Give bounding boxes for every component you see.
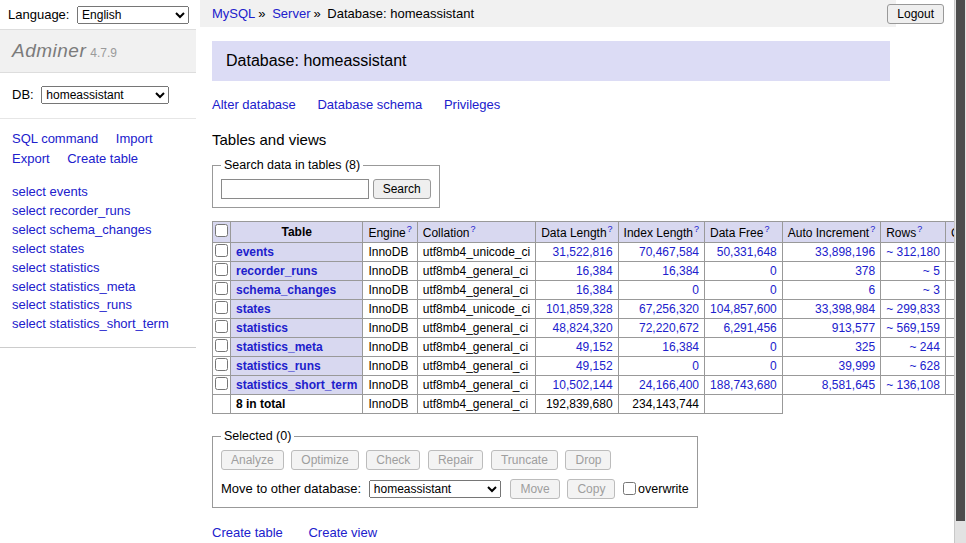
- bulk-action-button[interactable]: Truncate: [491, 450, 558, 470]
- cell-rows[interactable]: ~ 5: [881, 262, 946, 281]
- db-select[interactable]: homeassistant: [41, 86, 169, 104]
- db-action-link[interactable]: Alter database: [212, 97, 296, 112]
- sidebar-table-link[interactable]: select statistics: [12, 259, 184, 278]
- cell-index-length[interactable]: 70,467,584: [618, 243, 704, 262]
- cell-rows[interactable]: ~ 569,159: [881, 319, 946, 338]
- overwrite-checkbox[interactable]: [623, 482, 636, 495]
- scrollbar[interactable]: [954, 0, 966, 543]
- sidebar-action-link[interactable]: Export: [12, 151, 50, 166]
- cell-data-length[interactable]: 48,824,320: [536, 319, 618, 338]
- sidebar-action-link[interactable]: Create table: [67, 151, 138, 166]
- cell-data-length[interactable]: 31,522,816: [536, 243, 618, 262]
- help-link[interactable]: ?: [470, 224, 475, 234]
- cell-index-length[interactable]: 24,166,400: [618, 376, 704, 395]
- cell-data-length[interactable]: 49,152: [536, 338, 618, 357]
- cell-rows[interactable]: ~ 136,108: [881, 376, 946, 395]
- cell-data-free[interactable]: 0: [705, 357, 783, 376]
- cell-index-length[interactable]: 16,384: [618, 262, 704, 281]
- breadcrumb-link[interactable]: Server: [272, 6, 310, 21]
- table-name-link[interactable]: states: [236, 302, 271, 316]
- cell-auto-increment[interactable]: 378: [782, 262, 880, 281]
- language-select[interactable]: English: [77, 6, 189, 24]
- table-name-link[interactable]: events: [236, 245, 274, 259]
- cell-rows[interactable]: ~ 299,833: [881, 300, 946, 319]
- db-action-link[interactable]: Database schema: [317, 97, 422, 112]
- table-name-link[interactable]: statistics_runs: [236, 359, 321, 373]
- row-checkbox[interactable]: [215, 282, 228, 295]
- bulk-action-button[interactable]: Drop: [565, 450, 611, 470]
- cell-auto-increment[interactable]: 8,581,645: [782, 376, 880, 395]
- sidebar-table-link[interactable]: select events: [12, 183, 184, 202]
- table-name-link[interactable]: statistics: [236, 321, 288, 335]
- row-checkbox[interactable]: [215, 320, 228, 333]
- search-button[interactable]: Search: [373, 179, 431, 199]
- db-action-link[interactable]: Privileges: [444, 97, 500, 112]
- bulk-action-button[interactable]: Optimize: [291, 450, 358, 470]
- help-link[interactable]: ?: [608, 224, 613, 234]
- cell-auto-increment[interactable]: 913,577: [782, 319, 880, 338]
- row-checkbox[interactable]: [215, 358, 228, 371]
- adminer-logo[interactable]: Adminer: [12, 40, 86, 61]
- row-checkbox[interactable]: [215, 339, 228, 352]
- bulk-action-button[interactable]: Analyze: [221, 450, 284, 470]
- cell-index-length[interactable]: 67,256,320: [618, 300, 704, 319]
- table-name-link[interactable]: recorder_runs: [236, 264, 317, 278]
- cell-data-free[interactable]: 188,743,680: [705, 376, 783, 395]
- cell-rows[interactable]: ~ 244: [881, 338, 946, 357]
- table-name-link[interactable]: statistics_meta: [236, 340, 323, 354]
- sidebar-table-link[interactable]: select states: [12, 240, 184, 259]
- sidebar-table-link[interactable]: select statistics_runs: [12, 296, 184, 315]
- select-all-checkbox[interactable]: [215, 224, 228, 237]
- scrollbar-thumb[interactable]: [956, 0, 965, 521]
- cell-data-free[interactable]: 0: [705, 262, 783, 281]
- cell-data-length[interactable]: 10,502,144: [536, 376, 618, 395]
- help-link[interactable]: ?: [407, 224, 412, 234]
- move-button[interactable]: Move: [510, 479, 559, 499]
- bulk-action-button[interactable]: Repair: [428, 450, 483, 470]
- cell-index-length[interactable]: 0: [618, 281, 704, 300]
- cell-auto-increment[interactable]: 325: [782, 338, 880, 357]
- sidebar-table-link[interactable]: select statistics_meta: [12, 278, 184, 297]
- row-checkbox[interactable]: [215, 301, 228, 314]
- row-checkbox[interactable]: [215, 244, 228, 257]
- help-link[interactable]: ?: [870, 224, 875, 234]
- cell-data-free[interactable]: 50,331,648: [705, 243, 783, 262]
- row-checkbox[interactable]: [215, 263, 228, 276]
- move-db-select[interactable]: homeassistant: [369, 480, 501, 498]
- sidebar-table-link[interactable]: select schema_changes: [12, 221, 184, 240]
- logout-button[interactable]: Logout: [887, 4, 944, 24]
- cell-auto-increment[interactable]: 33,898,196: [782, 243, 880, 262]
- cell-data-length[interactable]: 49,152: [536, 357, 618, 376]
- cell-data-free[interactable]: 0: [705, 281, 783, 300]
- row-checkbox[interactable]: [215, 377, 228, 390]
- breadcrumb-link[interactable]: MySQL: [212, 6, 255, 21]
- help-link[interactable]: ?: [764, 224, 769, 234]
- cell-rows[interactable]: ~ 3: [881, 281, 946, 300]
- cell-rows[interactable]: ~ 312,180: [881, 243, 946, 262]
- cell-auto-increment[interactable]: 33,398,984: [782, 300, 880, 319]
- copy-button[interactable]: Copy: [567, 479, 615, 499]
- cell-data-length[interactable]: 101,859,328: [536, 300, 618, 319]
- cell-index-length[interactable]: 72,220,672: [618, 319, 704, 338]
- sidebar-action-link[interactable]: SQL command: [12, 131, 98, 146]
- cell-data-free[interactable]: 104,857,600: [705, 300, 783, 319]
- cell-index-length[interactable]: 0: [618, 357, 704, 376]
- cell-data-length[interactable]: 16,384: [536, 281, 618, 300]
- cell-data-free[interactable]: 0: [705, 338, 783, 357]
- search-input[interactable]: [221, 179, 369, 199]
- sidebar-action-link[interactable]: Import: [116, 131, 153, 146]
- bulk-action-button[interactable]: Check: [366, 450, 420, 470]
- help-link[interactable]: ?: [917, 224, 922, 234]
- cell-auto-increment[interactable]: 6: [782, 281, 880, 300]
- sidebar-table-link[interactable]: select statistics_short_term: [12, 315, 184, 334]
- table-name-link[interactable]: schema_changes: [236, 283, 336, 297]
- cell-rows[interactable]: ~ 628: [881, 357, 946, 376]
- cell-data-length[interactable]: 16,384: [536, 262, 618, 281]
- cell-data-free[interactable]: 6,291,456: [705, 319, 783, 338]
- sidebar-table-link[interactable]: select recorder_runs: [12, 202, 184, 221]
- cell-auto-increment[interactable]: 39,999: [782, 357, 880, 376]
- cell-index-length[interactable]: 16,384: [618, 338, 704, 357]
- create-link[interactable]: Create view: [308, 525, 377, 540]
- create-link[interactable]: Create table: [212, 525, 283, 540]
- table-name-link[interactable]: statistics_short_term: [236, 378, 357, 392]
